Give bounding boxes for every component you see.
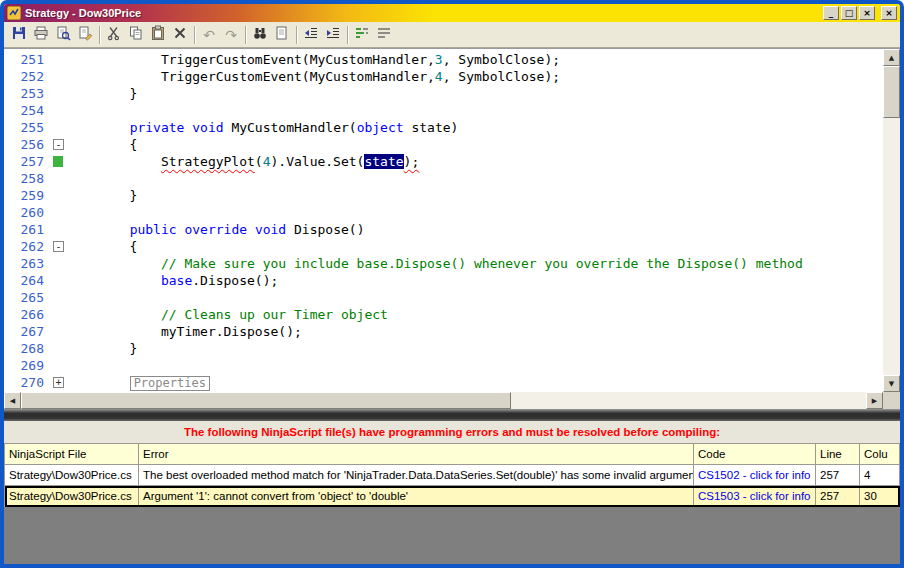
copy-button[interactable] bbox=[125, 24, 147, 46]
paste-button[interactable] bbox=[147, 24, 169, 46]
uncomment-selection-button[interactable] bbox=[373, 24, 395, 46]
indent_inc-icon bbox=[325, 25, 341, 44]
error-code-link[interactable]: CS1502 - click for info bbox=[694, 465, 816, 486]
code-text[interactable] bbox=[67, 357, 883, 374]
left-arrow-icon: ◀ bbox=[10, 397, 15, 405]
close-icon: × bbox=[885, 8, 893, 18]
floppy-icon bbox=[11, 25, 27, 44]
column-header[interactable]: NinjaScript File bbox=[5, 444, 139, 465]
scroll-right-button[interactable]: ▶ bbox=[866, 392, 883, 409]
printer-icon bbox=[33, 25, 49, 44]
code-line: 269 bbox=[4, 357, 883, 374]
fold-margin bbox=[52, 204, 67, 221]
toolbar: ↶↷ bbox=[4, 22, 900, 48]
app-icon bbox=[7, 6, 21, 20]
indent-increase-button[interactable] bbox=[322, 24, 344, 46]
expand-icon[interactable]: + bbox=[53, 377, 64, 388]
code-area[interactable]: 251 TriggerCustomEvent(MyCustomHandler,3… bbox=[4, 49, 883, 392]
vertical-scroll-thumb[interactable] bbox=[883, 66, 900, 118]
close-window-button[interactable]: × bbox=[881, 6, 897, 20]
toolbar-separator bbox=[194, 26, 195, 44]
fold-margin bbox=[52, 272, 67, 289]
error-row[interactable]: Strategy\Dow30Price.csThe best overloade… bbox=[5, 465, 900, 486]
scroll-left-button[interactable]: ◀ bbox=[4, 392, 21, 409]
code-text[interactable]: TriggerCustomEvent(MyCustomHandler,4, Sy… bbox=[67, 68, 883, 85]
close-button[interactable]: × bbox=[859, 6, 875, 20]
error-code-link[interactable]: CS1503 - click for info bbox=[694, 486, 816, 507]
vertical-scroll-track[interactable] bbox=[883, 66, 900, 375]
horizontal-scroll-track[interactable] bbox=[21, 392, 866, 409]
cut-button[interactable] bbox=[103, 24, 125, 46]
find-button[interactable] bbox=[249, 24, 271, 46]
code-line: 253 } bbox=[4, 85, 883, 102]
line-number: 264 bbox=[4, 272, 52, 289]
vertical-scrollbar[interactable]: ▲ ▼ bbox=[883, 49, 900, 392]
print-button[interactable] bbox=[30, 24, 52, 46]
code-text[interactable]: myTimer.Dispose(); bbox=[67, 323, 883, 340]
fold-margin bbox=[52, 119, 67, 136]
print-preview-button[interactable] bbox=[52, 24, 74, 46]
window-controls: _ □ × × bbox=[823, 6, 897, 20]
comment-selection-button[interactable] bbox=[351, 24, 373, 46]
line-number: 265 bbox=[4, 289, 52, 306]
horizontal-scroll-thumb[interactable] bbox=[21, 392, 511, 409]
code-line: 258 bbox=[4, 170, 883, 187]
code-text[interactable]: base.Dispose(); bbox=[67, 272, 883, 289]
column-header[interactable]: Error bbox=[139, 444, 694, 465]
clipboard-icon bbox=[150, 25, 166, 44]
down-arrow-icon: ▼ bbox=[889, 380, 894, 388]
minimize-button[interactable]: _ bbox=[823, 6, 839, 20]
maximize-button[interactable]: □ bbox=[841, 6, 857, 20]
column-header[interactable]: Line bbox=[816, 444, 860, 465]
code-text[interactable] bbox=[67, 204, 883, 221]
indent-decrease-button[interactable] bbox=[300, 24, 322, 46]
toolbar-separator bbox=[245, 26, 246, 44]
splitter[interactable] bbox=[4, 409, 900, 421]
line-number: 268 bbox=[4, 340, 52, 357]
delete-button[interactable] bbox=[169, 24, 191, 46]
fold-margin: - bbox=[52, 238, 67, 255]
fold-margin: + bbox=[52, 374, 67, 391]
error-message-cell: Argument '1': cannot convert from 'objec… bbox=[139, 486, 694, 507]
code-text[interactable]: TriggerCustomEvent(MyCustomHandler,3, Sy… bbox=[67, 51, 883, 68]
code-text[interactable]: public override void Dispose() bbox=[67, 221, 883, 238]
error-row[interactable]: Strategy\Dow30Price.csArgument '1': cann… bbox=[5, 486, 900, 507]
properties-button[interactable] bbox=[74, 24, 96, 46]
delete_x-icon bbox=[172, 25, 188, 44]
redo-button[interactable]: ↷ bbox=[220, 24, 242, 46]
save-button[interactable] bbox=[8, 24, 30, 46]
code-text[interactable]: StrategyPlot(4).Value.Set(state); bbox=[67, 153, 883, 170]
scroll-up-button[interactable]: ▲ bbox=[883, 49, 900, 66]
code-text[interactable]: { bbox=[67, 238, 883, 255]
titlebar[interactable]: Strategy - Dow30Price _ □ × × bbox=[4, 4, 900, 22]
column-header[interactable]: Code bbox=[694, 444, 816, 465]
line-number: 255 bbox=[4, 119, 52, 136]
line-number: 253 bbox=[4, 85, 52, 102]
code-text[interactable]: // Make sure you include base.Dispose() … bbox=[67, 255, 883, 272]
code-text[interactable] bbox=[67, 102, 883, 119]
scrollbar-corner bbox=[883, 392, 900, 409]
column-header[interactable]: Colu bbox=[860, 444, 900, 465]
code-text[interactable]: } bbox=[67, 340, 883, 357]
undo-button[interactable]: ↶ bbox=[198, 24, 220, 46]
fold-margin bbox=[52, 289, 67, 306]
bottom-filler bbox=[4, 507, 900, 564]
code-text[interactable]: { bbox=[67, 136, 883, 153]
comment_lines-icon bbox=[354, 25, 370, 44]
fold-margin bbox=[52, 187, 67, 204]
horizontal-scrollbar[interactable]: ◀ ▶ bbox=[4, 392, 883, 409]
code-text[interactable]: } bbox=[67, 187, 883, 204]
bookmarks-button[interactable] bbox=[271, 24, 293, 46]
change-indicator bbox=[53, 156, 63, 167]
collapse-icon[interactable]: - bbox=[53, 139, 64, 150]
code-line: 264 base.Dispose(); bbox=[4, 272, 883, 289]
code-text[interactable] bbox=[67, 170, 883, 187]
collapse-icon[interactable]: - bbox=[53, 241, 64, 252]
code-text[interactable]: // Cleans up our Timer object bbox=[67, 306, 883, 323]
code-text[interactable] bbox=[67, 289, 883, 306]
code-text[interactable]: } bbox=[67, 85, 883, 102]
code-text[interactable]: Properties bbox=[67, 374, 883, 391]
code-text[interactable]: private void MyCustomHandler(object stat… bbox=[67, 119, 883, 136]
scroll-down-button[interactable]: ▼ bbox=[883, 375, 900, 392]
line-number: 262 bbox=[4, 238, 52, 255]
